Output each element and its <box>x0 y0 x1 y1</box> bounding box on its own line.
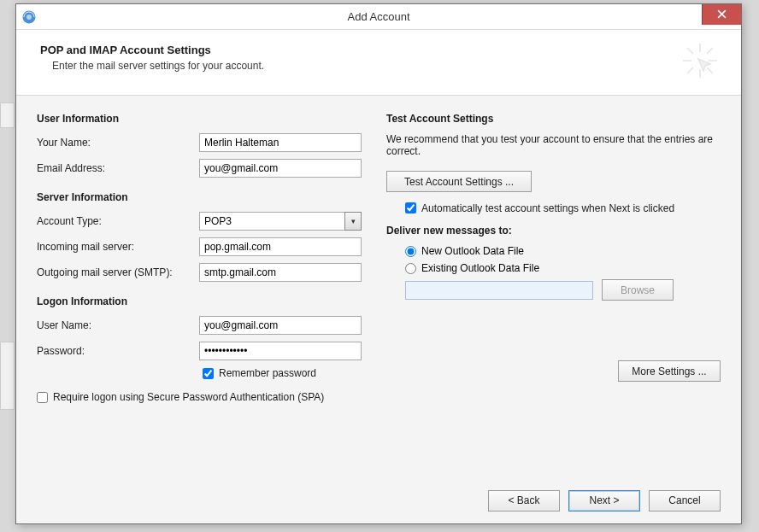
remember-password-checkbox[interactable] <box>203 368 214 379</box>
new-data-file-label: New Outlook Data File <box>421 245 524 257</box>
titlebar: Add Account <box>16 4 741 30</box>
footer: < Back Next > Cancel <box>16 477 741 523</box>
existing-data-file-label: Existing Outlook Data File <box>421 262 539 274</box>
outgoing-server-input[interactable] <box>199 263 362 282</box>
cancel-button[interactable]: Cancel <box>649 490 721 512</box>
your-name-label: Your Name: <box>37 137 199 149</box>
logon-info-title: Logon Information <box>37 295 371 307</box>
incoming-server-input[interactable] <box>199 237 362 256</box>
header-title: POP and IMAP Account Settings <box>40 44 264 56</box>
svg-point-1 <box>26 15 32 20</box>
password-label: Password: <box>37 345 199 357</box>
deliver-title: Deliver new messages to: <box>386 225 721 237</box>
server-info-title: Server Information <box>37 191 371 203</box>
right-column: Test Account Settings We recommend that … <box>386 111 721 469</box>
outgoing-label: Outgoing mail server (SMTP): <box>37 266 199 278</box>
more-settings-button[interactable]: More Settings ... <box>618 360 721 382</box>
user-name-label: User Name: <box>37 319 199 331</box>
remember-password-label: Remember password <box>219 367 316 379</box>
header-pane: POP and IMAP Account Settings Enter the … <box>16 30 741 96</box>
spa-checkbox[interactable] <box>37 392 48 403</box>
content-area: User Information Your Name: Email Addres… <box>16 96 741 477</box>
email-input[interactable] <box>199 159 362 178</box>
user-info-title: User Information <box>37 113 371 125</box>
app-icon <box>21 9 37 25</box>
auto-test-label: Automatically test account settings when… <box>421 202 674 214</box>
test-account-button[interactable]: Test Account Settings ... <box>386 171 532 192</box>
account-type-select[interactable]: POP3 ▾ <box>199 212 362 231</box>
back-button[interactable]: < Back <box>488 490 560 512</box>
existing-data-file-radio[interactable] <box>405 263 416 274</box>
header-subtitle: Enter the mail server settings for your … <box>52 60 264 72</box>
cursor-star-icon <box>680 40 721 81</box>
next-button[interactable]: Next > <box>568 490 640 512</box>
account-type-label: Account Type: <box>37 215 199 227</box>
your-name-input[interactable] <box>199 133 362 152</box>
test-settings-desc: We recommend that you test your account … <box>386 133 721 157</box>
email-label: Email Address: <box>37 162 199 174</box>
add-account-dialog: Add Account POP and IMAP Account Setting… <box>15 3 742 524</box>
user-name-input[interactable] <box>199 316 362 335</box>
spa-label: Require logon using Secure Password Auth… <box>53 391 324 403</box>
data-file-path-input <box>405 281 593 300</box>
browse-button[interactable]: Browse <box>602 279 674 301</box>
test-settings-title: Test Account Settings <box>386 113 721 125</box>
close-button[interactable] <box>702 4 741 25</box>
left-column: User Information Your Name: Email Addres… <box>37 111 371 469</box>
chevron-down-icon[interactable]: ▾ <box>344 212 362 231</box>
new-data-file-radio[interactable] <box>405 246 416 257</box>
password-input[interactable] <box>199 342 362 360</box>
incoming-label: Incoming mail server: <box>37 241 199 253</box>
window-title: Add Account <box>16 10 741 23</box>
auto-test-checkbox[interactable] <box>405 202 416 213</box>
account-type-value: POP3 <box>199 212 344 231</box>
